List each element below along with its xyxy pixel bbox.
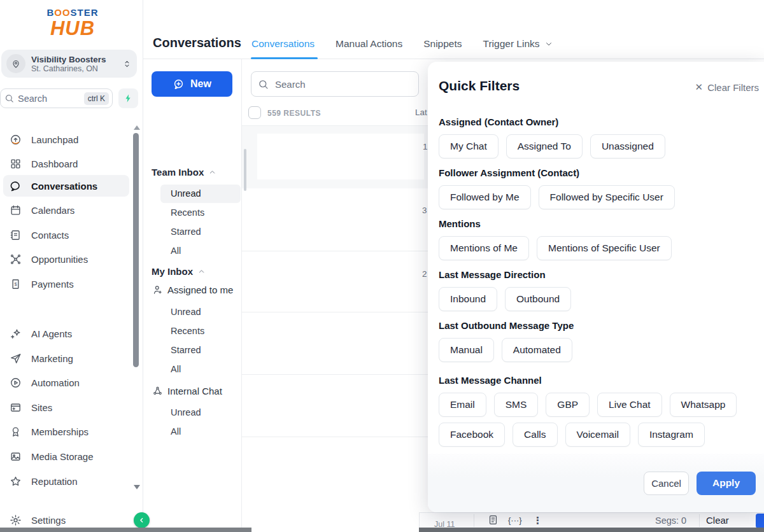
new-button-label: New	[190, 78, 211, 90]
account-switcher[interactable]: Visibility Boosters St. Catharines, ON	[1, 50, 137, 78]
clear-message-button[interactable]: Clear	[706, 515, 729, 526]
folder-team-unread[interactable]: Unread	[171, 188, 201, 199]
folder-team-starred[interactable]: Starred	[171, 227, 201, 237]
folder-internal-all[interactable]: All	[171, 426, 181, 437]
filter-chip-assigned-to[interactable]: Assigned To	[506, 134, 583, 158]
global-search[interactable]: ctrl K	[0, 88, 113, 108]
tab-snippets[interactable]: Snippets	[423, 38, 462, 50]
filter-section-outbound-type: Last Outbound Message Type Manual Automa…	[439, 320, 757, 362]
sidebar-item-label: Memberships	[31, 426, 88, 437]
sidebar-item-memberships[interactable]: Memberships	[3, 421, 129, 442]
logo-word-booster: BOOSTER	[37, 8, 108, 17]
folder-team-recents[interactable]: Recents	[171, 207, 204, 218]
filter-chip-sms[interactable]: SMS	[494, 393, 539, 417]
folder-team-all[interactable]: All	[171, 246, 181, 256]
team-inbox-header[interactable]: Team Inbox	[152, 167, 216, 178]
sidebar-item-opportunities[interactable]: Opportunities	[3, 248, 129, 270]
sidebar-item-automation[interactable]: Automation	[3, 372, 129, 393]
divider	[242, 251, 428, 251]
sidebar-item-calendars[interactable]: Calendars	[3, 199, 129, 221]
svg-text:$: $	[14, 281, 17, 287]
conversation-search[interactable]	[251, 71, 419, 97]
filter-chip-my-chat[interactable]: My Chat	[439, 134, 499, 158]
folder-my-recents[interactable]: Recents	[171, 326, 204, 336]
sidebar-item-label: Reputation	[31, 476, 78, 487]
divider	[474, 514, 474, 527]
play-circle-icon	[9, 377, 22, 389]
sidebar-item-sites[interactable]: Sites	[3, 396, 129, 418]
filter-chip-whatsapp[interactable]: Whatsapp	[670, 393, 737, 417]
folder-internal-unread[interactable]: Unread	[171, 407, 201, 417]
sidebar-item-label: Marketing	[31, 353, 73, 364]
new-conversation-button[interactable]: New	[152, 71, 232, 97]
sidebar-scroll-down-arrow[interactable]	[134, 485, 140, 489]
browser-window-icon	[9, 402, 22, 414]
page-title: Conversations	[153, 36, 241, 50]
filter-chip-email[interactable]: Email	[439, 393, 486, 417]
horizontal-scrollbar-right[interactable]	[419, 528, 764, 532]
filter-chip-unassigned[interactable]: Unassigned	[590, 134, 665, 158]
folder-assigned-to-me[interactable]: Assigned to me	[152, 284, 233, 295]
filter-chip-manual[interactable]: Manual	[439, 338, 494, 362]
sidebar-scroll-up-arrow[interactable]	[134, 125, 140, 130]
select-all-checkbox[interactable]	[248, 106, 261, 119]
left-sidebar: BOOSTER HUB Visibility Boosters St. Cath…	[0, 0, 143, 532]
apply-button[interactable]: Apply	[697, 472, 756, 495]
sidebar-item-ai-agents[interactable]: AI Agents	[3, 323, 129, 344]
quick-actions-button[interactable]	[118, 88, 138, 108]
filter-chip-live-chat[interactable]: Live Chat	[597, 393, 661, 417]
conversation-row-selected[interactable]	[242, 126, 428, 188]
clear-filters-button[interactable]: ✕ Clear Filters	[695, 81, 759, 93]
sidebar-item-media-storage[interactable]: Media Storage	[3, 445, 129, 467]
chip-group: Followed by Me Followed by Specific User	[439, 185, 757, 209]
sidebar-item-marketing[interactable]: Marketing	[3, 347, 129, 369]
filter-chip-inbound[interactable]: Inbound	[439, 287, 497, 311]
my-inbox-header[interactable]: My Inbox	[152, 266, 206, 277]
folder-internal-chat[interactable]: Internal Chat	[152, 386, 222, 396]
filter-section-follower: Follower Assignment (Contact) Followed b…	[439, 167, 757, 209]
custom-values-icon[interactable]: {···}	[508, 515, 522, 525]
filter-chip-mentions-of-specific-user[interactable]: Mentions of Specific User	[537, 236, 672, 260]
sidebar-item-label: Automation	[31, 377, 80, 388]
folder-my-starred[interactable]: Starred	[171, 345, 201, 355]
filter-chip-followed-by-specific-user[interactable]: Followed by Specific User	[539, 185, 675, 209]
sidebar-item-label: Contacts	[31, 230, 69, 241]
tab-conversations[interactable]: Conversations	[251, 38, 315, 50]
filter-chip-automated[interactable]: Automated	[502, 338, 572, 362]
award-ribbon-icon	[9, 426, 22, 438]
list-scrollbar-thumb[interactable]	[244, 149, 246, 191]
filter-chip-gbp[interactable]: GBP	[546, 393, 590, 417]
horizontal-scrollbar-left[interactable]	[0, 528, 251, 532]
sidebar-item-launchpad[interactable]: Launchpad	[3, 129, 129, 150]
section-label: Last Message Channel	[439, 375, 757, 386]
sidebar-item-conversations[interactable]: Conversations	[3, 175, 129, 197]
sidebar-item-contacts[interactable]: Contacts	[3, 224, 129, 246]
filter-chip-calls[interactable]: Calls	[513, 423, 557, 447]
clear-filters-label: Clear Filters	[707, 82, 759, 93]
conversation-search-input[interactable]	[275, 79, 412, 90]
kebab-menu-icon[interactable]: ⋮	[533, 515, 542, 526]
sidebar-item-dashboard[interactable]: Dashboard	[3, 153, 129, 174]
filter-chip-voicemail[interactable]: Voicemail	[565, 423, 630, 447]
sidebar-item-payments[interactable]: $ Payments	[3, 273, 129, 295]
tab-manual-actions[interactable]: Manual Actions	[336, 38, 402, 50]
global-search-input[interactable]	[18, 94, 84, 104]
quick-filters-title: Quick Filters	[439, 78, 520, 94]
filter-chip-instagram[interactable]: Instagram	[638, 423, 705, 447]
filter-chip-facebook[interactable]: Facebook	[439, 423, 505, 447]
send-button-partial[interactable]	[756, 514, 764, 528]
cancel-button[interactable]: Cancel	[644, 472, 689, 495]
folder-my-all[interactable]: All	[171, 364, 181, 374]
sort-dropdown[interactable]: Lat	[415, 108, 427, 117]
filter-chip-followed-by-me[interactable]: Followed by Me	[439, 185, 531, 209]
filter-chip-outbound[interactable]: Outbound	[505, 287, 571, 311]
filter-chip-mentions-of-me[interactable]: Mentions of Me	[439, 236, 529, 260]
sidebar-item-reputation[interactable]: Reputation	[3, 470, 129, 492]
sidebar-scrollbar-thumb[interactable]	[133, 133, 139, 367]
template-document-icon[interactable]	[488, 514, 499, 526]
folder-my-unread[interactable]: Unread	[171, 307, 201, 317]
unfold-chevrons-icon	[122, 59, 132, 69]
filter-sections: Assigned (Contact Owner) My Chat Assigne…	[439, 108, 757, 447]
sidebar-collapse-button[interactable]	[134, 512, 150, 528]
tab-trigger-links[interactable]: Trigger Links	[483, 38, 553, 50]
